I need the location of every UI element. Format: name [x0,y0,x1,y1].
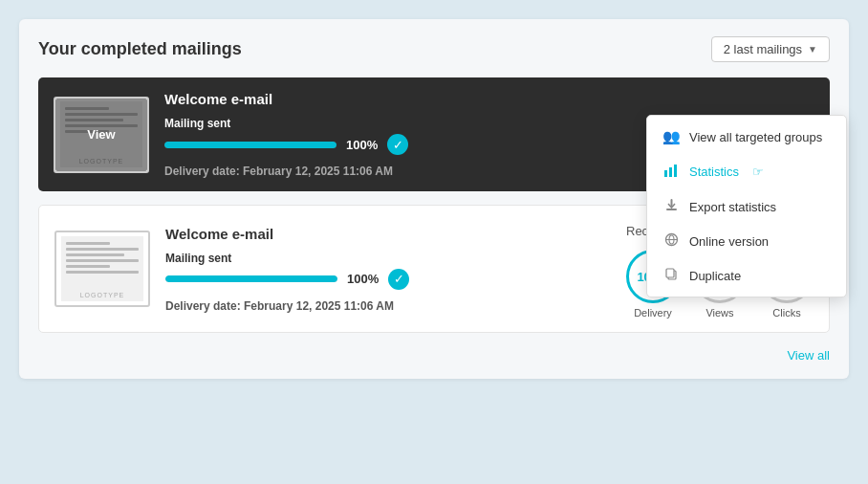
thumb-line [66,248,139,251]
progress-bar-wrap-2 [165,275,337,282]
svg-rect-4 [670,199,672,207]
progress-label-2: Mailing sent [165,252,611,265]
mailing-info-2: Welcome e-mail Mailing sent 100% ✓ Deliv… [165,226,611,313]
thumb-line [66,271,139,274]
mailing-name-1: Welcome e-mail [164,91,665,107]
context-groups-label: View all targeted groups [689,130,822,144]
context-duplicate-label: Duplicate [689,269,741,283]
filter-label: 2 last mailings [724,42,802,56]
delivery-date-2: Delivery date: February 12, 2025 11:06 A… [165,299,611,313]
context-menu: 👥 View all targeted groups Statistics ☞ [646,115,847,297]
thumbnail-2: LOGOTYPE [54,231,150,307]
thumb-inner-2: LOGOTYPE [61,236,143,301]
svg-rect-1 [669,167,672,177]
context-export-statistics[interactable]: Export statistics [647,189,846,224]
panel-title: Your completed mailings [38,39,242,59]
cursor-icon: ☞ [752,165,764,179]
view-overlay-1[interactable]: View [55,99,147,171]
svg-rect-7 [666,269,674,277]
statistics-icon [662,163,680,181]
progress-bar-wrap-1 [164,142,336,148]
view-all-section: View all [38,346,830,363]
duplicate-icon [662,267,680,284]
check-icon-2: ✓ [388,269,409,290]
thumb-line [66,253,124,256]
online-icon [662,232,680,250]
groups-icon: 👥 [662,128,680,145]
dropdown-arrow: ▼ [808,44,817,55]
delivery-label: Delivery [634,307,672,319]
context-online-label: Online version [689,234,769,249]
progress-label-1: Mailing sent [164,117,665,130]
thumb-line [66,242,110,245]
progress-bar-fill-1 [164,142,336,148]
progress-pct-1: 100% [346,138,378,152]
mailing-name-2: Welcome e-mail [165,226,611,242]
mailing-info-1: Welcome e-mail Mailing sent 100% ✓ Deliv… [164,91,665,178]
page-wrapper: Your completed mailings 2 last mailings … [0,0,868,484]
thumb-logo-2: LOGOTYPE [80,292,125,298]
panel-header: Your completed mailings 2 last mailings … [38,36,830,62]
views-label: Views [705,307,733,319]
context-duplicate[interactable]: Duplicate [647,258,846,293]
svg-rect-3 [666,209,677,210]
export-icon [662,198,680,215]
svg-rect-0 [664,170,667,177]
thumb-line [66,259,139,262]
context-export-label: Export statistics [689,200,776,214]
thumbnail-1: LOGOTYPE View [54,97,149,173]
progress-bar-fill-2 [165,275,337,282]
thumb-line [66,265,110,268]
delivery-date-1: Delivery date: February 12, 2025 11:06 A… [164,165,665,178]
view-all-link[interactable]: View all [787,348,830,363]
context-online-version[interactable]: Online version [647,224,846,258]
thumb-lines-2 [61,236,143,278]
progress-row-2: 100% ✓ [165,269,611,290]
context-statistics-label: Statistics [689,165,739,179]
svg-rect-2 [674,165,677,177]
context-statistics[interactable]: Statistics ☞ [647,154,846,189]
progress-row-1: 100% ✓ [164,134,665,155]
context-view-all-groups[interactable]: 👥 View all targeted groups [647,120,846,154]
clicks-label: Clicks [772,307,800,319]
check-icon-1: ✓ [387,134,408,155]
filter-dropdown[interactable]: 2 last mailings ▼ [711,36,830,62]
progress-pct-2: 100% [347,272,379,286]
